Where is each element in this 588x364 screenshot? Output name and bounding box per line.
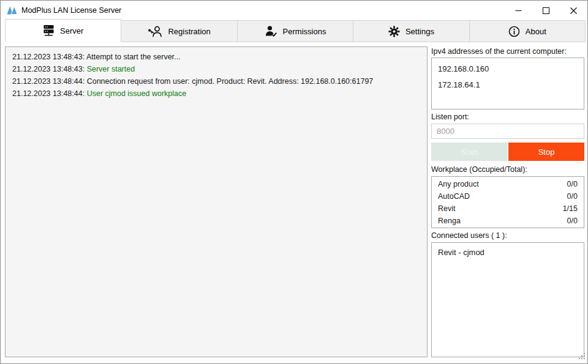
resize-grip[interactable]	[578, 351, 586, 362]
workplace-row: Renga 0/0	[432, 215, 584, 227]
tab-registration[interactable]: Registration	[121, 20, 237, 42]
workplace-row: AutoCAD 0/0	[432, 190, 584, 202]
tab-server[interactable]: Server	[5, 19, 121, 42]
close-button[interactable]	[560, 1, 587, 20]
tab-settings-label: Settings	[405, 27, 434, 36]
title-bar: ModPlus LAN License Server	[1, 1, 587, 20]
workplace-count: 0/0	[567, 215, 578, 227]
stop-server-button[interactable]: Stop	[508, 143, 584, 161]
tab-settings[interactable]: Settings	[353, 20, 469, 42]
window-title: ModPlus LAN License Server	[21, 1, 121, 20]
server-icon	[43, 24, 55, 37]
workplace-count: 1/15	[563, 202, 578, 215]
minimize-icon	[515, 7, 522, 14]
server-log[interactable]: 21.12.2023 13:48:43: Attempt to start th…	[5, 46, 428, 357]
tab-about-label: About	[526, 27, 546, 36]
log-entry: 21.12.2023 13:48:44: Connection request …	[12, 75, 420, 87]
modplus-logo-icon	[7, 6, 18, 17]
tab-registration-label: Registration	[168, 27, 210, 36]
connected-user-item: Revit - cjmod	[438, 248, 578, 257]
log-entry: 21.12.2023 13:48:43: Server started	[12, 63, 420, 75]
log-entry: 21.12.2023 13:48:43: Attempt to start th…	[12, 51, 420, 63]
close-icon	[570, 7, 577, 14]
tab-server-label: Server	[60, 26, 83, 35]
listen-port-label: Listen port:	[431, 113, 584, 121]
app-window: ModPlus LAN License Server	[0, 0, 588, 364]
ipv4-label: Ipv4 addresses of the current computer:	[431, 47, 584, 56]
connected-users-list[interactable]: Revit - cjmod	[431, 242, 584, 357]
workplace-label: Workplace (Occupied/Total):	[431, 165, 584, 174]
workplace-row: Revit 1/15	[432, 202, 584, 215]
workplace-count: 0/0	[567, 190, 578, 202]
workplace-row: Any product 0/0	[432, 178, 584, 190]
log-entry: 21.12.2023 13:48:44: User cjmod issued w…	[12, 87, 420, 100]
key-user-icon	[148, 26, 162, 37]
workplace-product: Revit	[438, 202, 455, 215]
workplace-product: Any product	[438, 178, 479, 190]
start-server-button[interactable]: Start	[431, 143, 507, 161]
ipv4-address-item: 172.18.64.1	[438, 77, 578, 93]
user-check-icon	[265, 26, 277, 37]
workplace-table[interactable]: Any product 0/0 AutoCAD 0/0 Revit 1/15 R…	[431, 176, 584, 228]
tab-strip: Server Registration	[5, 20, 586, 42]
minimize-button[interactable]	[505, 1, 532, 20]
workplace-count: 0/0	[567, 178, 578, 190]
workplace-product: Renga	[438, 215, 461, 227]
info-icon	[508, 26, 520, 37]
workplace-product: AutoCAD	[438, 190, 470, 202]
maximize-icon	[543, 7, 549, 14]
tab-permissions-label: Permissions	[283, 27, 326, 36]
listen-port-input[interactable]	[431, 124, 584, 139]
connected-users-label: Connected users ( 1 ):	[431, 231, 584, 240]
tab-permissions[interactable]: Permissions	[237, 20, 353, 42]
ipv4-address-item: 192.168.0.160	[438, 61, 578, 77]
ipv4-address-list[interactable]: 192.168.0.160 172.18.64.1	[431, 58, 584, 110]
gear-icon	[388, 26, 400, 37]
maximize-button[interactable]	[532, 1, 560, 20]
tab-about[interactable]: About	[469, 20, 586, 42]
